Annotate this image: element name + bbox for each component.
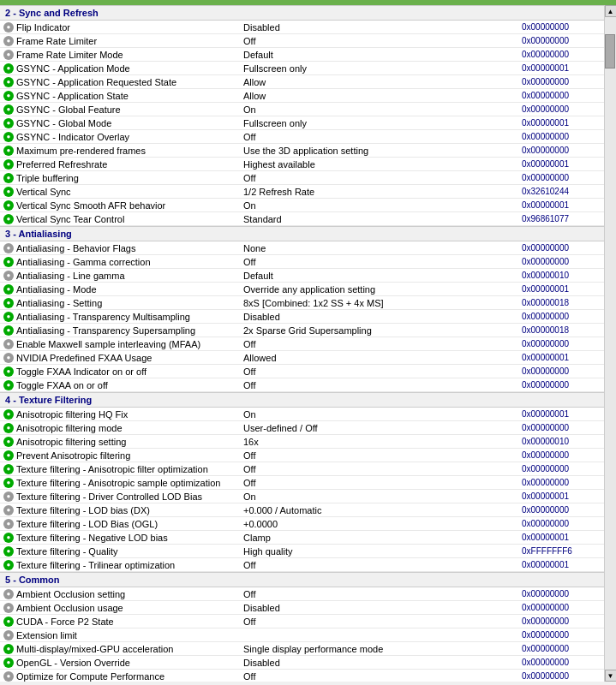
row-icon: ●	[3, 560, 14, 570]
content-area[interactable]: 2 - Sync and Refresh●Flip IndicatorDisab…	[0, 5, 604, 682]
main-container: 2 - Sync and Refresh●Flip IndicatorDisab…	[0, 5, 616, 682]
row-hex: 0x00000000	[518, 378, 604, 391]
section-header-texture-filtering: 4 - Texture Filtering	[0, 392, 604, 408]
row-value: Standard	[240, 212, 518, 225]
row-icon: ●	[3, 546, 14, 557]
row-icon: ●	[3, 339, 14, 349]
row-name: ●Antialiasing - Gamma correction	[0, 255, 240, 268]
row-icon: ●	[3, 298, 14, 308]
row-name: ●Frame Rate Limiter Mode	[0, 48, 240, 61]
row-value: On	[240, 199, 518, 211]
row-name: ●Ambient Occlusion setting	[0, 587, 240, 600]
row-icon: ●	[3, 353, 14, 363]
row-value: Override any application setting	[240, 283, 518, 295]
row-icon: ●	[3, 104, 14, 115]
row-value: Fullscreen only	[240, 62, 518, 74]
row-icon: ●	[3, 271, 14, 281]
row-name: ●Antialiasing - Behavior Flags	[0, 241, 240, 254]
scroll-thumb[interactable]	[605, 34, 615, 68]
row-value: Allowed	[240, 351, 518, 364]
row-value: 8xS [Combined: 1x2 SS + 4x MS]	[240, 296, 518, 309]
row-hex: 0x00000000	[518, 628, 604, 641]
row-name: ●Vertical Sync Smooth AFR behavior	[0, 199, 240, 211]
row-hex: 0x00000000	[518, 144, 604, 157]
scrollbar[interactable]: ▲ ▼	[604, 5, 616, 682]
row-value: Off	[240, 365, 518, 378]
table-row: ●Frame Rate Limiter ModeDefault0x0000000…	[0, 48, 604, 62]
row-value: Default	[240, 269, 518, 282]
row-icon: ●	[3, 589, 14, 599]
table-row: ●Texture filtering - Negative LOD biasCl…	[0, 531, 604, 545]
row-value: On	[240, 408, 518, 420]
table-row: ●Toggle FXAA on or offOff0x00000000	[0, 378, 604, 392]
row-value: Off	[240, 476, 518, 489]
table-row: ●GSYNC - Application Requested StateAllo…	[0, 75, 604, 89]
row-icon: ●	[3, 423, 14, 433]
row-name: ●Texture filtering - LOD Bias (OGL)	[0, 517, 240, 530]
row-hex: 0x32610244	[518, 185, 604, 198]
table-row: ●OpenGL - Version OverrideDisabled0x0000…	[0, 656, 604, 670]
table-row: ●Vertical Sync Tear ControlStandard0x968…	[0, 212, 604, 226]
row-hex: 0x00000001	[518, 283, 604, 295]
row-value: Disabled	[240, 21, 518, 33]
row-icon: ●	[3, 91, 14, 101]
row-name: ●GSYNC - Application Requested State	[0, 75, 240, 88]
row-name: ●Preferred Refreshrate	[0, 158, 240, 170]
row-value: Off	[240, 615, 518, 628]
row-hex: 0x00000000	[518, 130, 604, 143]
row-value: Disabled	[240, 310, 518, 323]
row-hex: 0x00000010	[518, 269, 604, 282]
row-value: Off	[240, 449, 518, 462]
table-row: ●Texture filtering - LOD bias (DX)+0.000…	[0, 503, 604, 517]
row-hex: 0x00000018	[518, 324, 604, 337]
row-name: ●NVIDIA Predefined FXAA Usage	[0, 351, 240, 364]
row-hex: 0x00000000	[518, 34, 604, 47]
table-row: ●GSYNC - Global ModeFullscreen only0x000…	[0, 116, 604, 130]
row-value: Highest available	[240, 158, 518, 170]
row-hex: 0x00000001	[518, 531, 604, 544]
table-row: ●Anisotropic filtering HQ FixOn0x0000000…	[0, 408, 604, 421]
row-value: Off	[240, 337, 518, 350]
table-row: ●Antialiasing - Behavior FlagsNone0x0000…	[0, 241, 604, 255]
row-icon: ●	[3, 366, 14, 377]
row-value: High quality	[240, 545, 518, 557]
row-value: Off	[240, 587, 518, 600]
scroll-up-button[interactable]: ▲	[605, 5, 617, 17]
row-value: 1/2 Refresh Rate	[240, 185, 518, 198]
scroll-down-button[interactable]: ▼	[605, 670, 617, 682]
row-hex: 0x00000000	[518, 310, 604, 323]
row-name: ●Vertical Sync Tear Control	[0, 212, 240, 225]
table-row: ●Vertical Sync Smooth AFR behaviorOn0x00…	[0, 199, 604, 212]
row-icon: ●	[3, 437, 14, 447]
row-name: ●GSYNC - Application State	[0, 89, 240, 102]
row-icon: ●	[3, 36, 14, 46]
row-icon: ●	[3, 187, 14, 197]
row-hex: 0x00000000	[518, 642, 604, 655]
row-value: Off	[240, 462, 518, 475]
row-hex: 0x00000000	[518, 337, 604, 350]
row-value: Off	[240, 558, 518, 571]
row-icon: ●	[3, 409, 14, 420]
row-name: ●Texture filtering - Quality	[0, 545, 240, 557]
table-row: ●Texture filtering - Trilinear optimizat…	[0, 558, 604, 572]
row-hex: 0xFFFFFFF6	[518, 545, 604, 557]
row-value: Off	[240, 130, 518, 143]
table-row: ●Antialiasing - Line gammaDefault0x00000…	[0, 269, 604, 283]
row-icon: ●	[3, 464, 14, 474]
row-hex: 0x00000000	[518, 462, 604, 475]
table-row: ●Antialiasing - Setting8xS [Combined: 1x…	[0, 296, 604, 310]
row-name: ●GSYNC - Application Mode	[0, 62, 240, 74]
row-name: ●GSYNC - Global Feature	[0, 103, 240, 116]
row-name: ●Antialiasing - Setting	[0, 296, 240, 309]
table-row: ●Anisotropic filtering modeUser-defined …	[0, 421, 604, 435]
row-hex: 0x00000001	[518, 490, 604, 503]
row-name: ●Antialiasing - Transparency Supersampli…	[0, 324, 240, 337]
table-row: ●Texture filtering - Anisotropic filter …	[0, 462, 604, 476]
row-name: ●Texture filtering - LOD bias (DX)	[0, 503, 240, 516]
row-name: ●Prevent Anisotropic filtering	[0, 449, 240, 462]
row-icon: ●	[3, 132, 14, 142]
table-row: ●Antialiasing - Transparency Multisampli…	[0, 310, 604, 324]
row-name: ●Toggle FXAA Indicator on or off	[0, 365, 240, 378]
row-icon: ●	[3, 243, 14, 253]
table-row: ●Enable Maxwell sample interleaving (MFA…	[0, 337, 604, 351]
